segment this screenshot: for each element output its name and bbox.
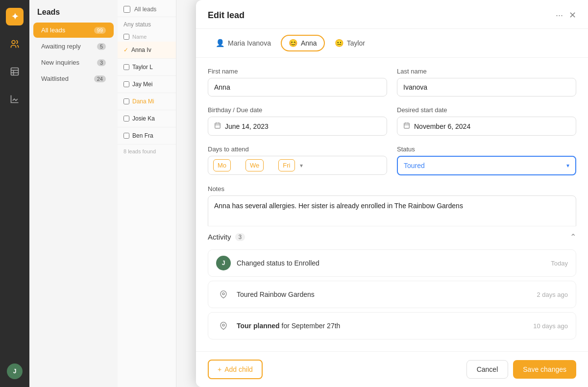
first-name-input[interactable]: [208, 78, 387, 97]
lead-checkbox[interactable]: [123, 81, 129, 87]
nav-item-label: Waitlisted: [41, 75, 69, 82]
edit-lead-modal: Edit lead ··· ✕ 👤 Maria Ivanova 😊 Anna 😐…: [196, 0, 588, 387]
leads-col-checkbox: [123, 34, 129, 40]
day-chip-mo[interactable]: Mo: [213, 159, 231, 171]
person-icon: 👤: [216, 39, 225, 48]
lead-row[interactable]: Josie Ka: [118, 110, 176, 127]
tab-maria[interactable]: 👤 Maria Ivanova: [208, 35, 279, 51]
nav-item-badge: 24: [94, 75, 106, 82]
activity-item: J Changed status to Enrolled Today: [208, 249, 576, 277]
cancel-button[interactable]: Cancel: [466, 360, 509, 379]
nav-item-badge: 3: [97, 59, 106, 66]
form-group-notes: Notes Anna has several allergies. Her si…: [208, 185, 576, 226]
activity-item: Toured Rainbow Gardens 2 days ago: [208, 281, 576, 308]
svg-rect-1: [11, 68, 19, 75]
nav-item-label: Awaiting reply: [41, 43, 81, 50]
sidebar-icon-table[interactable]: [6, 63, 24, 80]
nav-item-label: All leads: [41, 26, 65, 34]
sidebar-item-awaiting-reply[interactable]: Awaiting reply 5: [33, 39, 114, 54]
form-group-status: Status Toured ▾: [397, 145, 576, 175]
birthday-label: Birthday / Due date: [208, 106, 387, 114]
svg-point-0: [12, 41, 15, 44]
form-group-birthday: Birthday / Due date June 14, 2023: [208, 106, 387, 136]
lead-checkbox[interactable]: [123, 116, 129, 121]
chevron-down-icon: ▾: [566, 162, 569, 169]
sidebar-item-new-inquiries[interactable]: New inquiries 3: [33, 55, 114, 70]
calendar-icon: [214, 122, 221, 130]
add-child-button[interactable]: + Add child: [208, 360, 263, 379]
more-options-icon[interactable]: ···: [556, 10, 563, 21]
sidebar-item-waitlisted[interactable]: Waitlisted 24: [33, 71, 114, 86]
select-all-checkbox[interactable]: [123, 6, 130, 13]
tab-taylor[interactable]: 😐 Taylor: [327, 35, 373, 51]
add-child-label: Add child: [224, 365, 253, 373]
activity-header: Activity 3 ⌃: [208, 226, 576, 249]
lead-row[interactable]: Jay Mei: [118, 76, 176, 93]
check-icon: ✓: [123, 47, 128, 53]
desired-start-input[interactable]: November 6, 2024: [397, 117, 576, 136]
activity-text: Toured Rainbow Gardens: [237, 290, 531, 298]
nav-panel-title: Leads: [29, 8, 118, 23]
tab-label: Anna: [301, 39, 317, 47]
person-tabs: 👤 Maria Ivanova 😊 Anna 😐 Taylor: [196, 29, 588, 58]
modal-header-actions: ··· ✕: [556, 10, 576, 21]
lead-row[interactable]: ✓ Anna Iv: [118, 42, 176, 59]
days-select[interactable]: Mo We Fri ▾: [208, 156, 387, 175]
form-group-desired-start: Desired start date November 6, 2024: [397, 106, 576, 136]
birthday-value: June 14, 2023: [225, 122, 269, 130]
close-button[interactable]: ✕: [569, 10, 576, 21]
activity-time: 10 days ago: [533, 322, 568, 330]
status-value: Toured: [404, 162, 425, 169]
form-row-dates: Birthday / Due date June 14, 2023 Desire…: [208, 106, 576, 136]
day-chip-we[interactable]: We: [245, 159, 264, 171]
leads-footer: 8 leads found: [118, 145, 176, 158]
leads-panel-header: All leads: [118, 0, 176, 17]
leads-col-name: Name: [132, 34, 147, 40]
lead-checkbox[interactable]: [123, 98, 129, 104]
lead-row[interactable]: Ben Fra: [118, 127, 176, 145]
days-label: Days to attend: [208, 145, 387, 153]
emoji-icon: 😊: [289, 39, 298, 48]
last-name-input[interactable]: [397, 78, 576, 97]
activity-item: Tour planned for September 27th 10 days …: [208, 312, 576, 339]
first-name-label: First name: [208, 68, 387, 75]
notes-textarea[interactable]: Anna has several allergies. Her sister i…: [208, 195, 576, 226]
lead-checkbox[interactable]: [123, 133, 129, 139]
user-avatar[interactable]: J: [7, 363, 23, 379]
activity-time: Today: [551, 260, 568, 267]
svg-point-14: [222, 324, 224, 326]
plus-icon: +: [218, 365, 221, 373]
day-chip-tu: [234, 163, 243, 168]
sidebar-icon-chart[interactable]: [6, 90, 24, 108]
activity-text: Changed status to Enrolled: [237, 259, 545, 267]
status-select[interactable]: Toured ▾: [397, 156, 576, 175]
sidebar-item-all-leads[interactable]: All leads 99: [33, 23, 114, 38]
lead-name: Ben Fra: [132, 132, 153, 139]
activity-count: 3: [235, 233, 245, 241]
leads-header-label: All leads: [134, 6, 156, 13]
svg-rect-5: [215, 123, 220, 128]
tab-anna[interactable]: 😊 Anna: [281, 35, 325, 51]
last-name-label: Last name: [397, 68, 576, 75]
emoji-icon: 😐: [335, 39, 344, 48]
location-icon: [216, 287, 231, 302]
lead-row[interactable]: Dana Mi: [118, 93, 176, 110]
day-chip-fri[interactable]: Fri: [278, 159, 294, 171]
chevron-down-icon: ▾: [300, 162, 303, 169]
birthday-input[interactable]: June 14, 2023: [208, 117, 387, 136]
lead-name: Jay Mei: [132, 81, 152, 88]
chevron-up-icon[interactable]: ⌃: [570, 232, 576, 242]
leads-filter[interactable]: Any status: [118, 17, 176, 32]
save-button[interactable]: Save changes: [513, 360, 576, 379]
form-row-names: First name Last name: [208, 68, 576, 97]
lead-row[interactable]: Taylor L: [118, 59, 176, 76]
location-icon: [216, 318, 231, 333]
tab-label: Maria Ivanova: [228, 39, 271, 47]
form-row-days-status: Days to attend Mo We Fri ▾ Status Toured: [208, 145, 576, 175]
lead-name: Anna Iv: [131, 47, 151, 53]
form-group-days: Days to attend Mo We Fri ▾: [208, 145, 387, 175]
sidebar-icon-leads[interactable]: [6, 35, 24, 53]
lead-name: Dana Mi: [132, 98, 154, 105]
form-group-last-name: Last name: [397, 68, 576, 97]
lead-checkbox[interactable]: [123, 64, 129, 70]
